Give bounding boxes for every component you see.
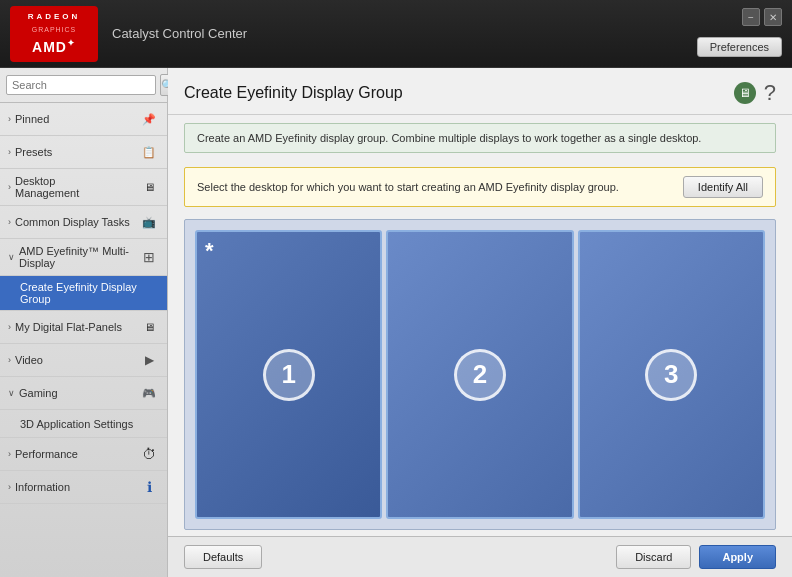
search-bar: 🔍 «: [0, 68, 167, 103]
gaming-icon: 🎮: [139, 383, 159, 403]
monitor-1-asterisk: *: [205, 238, 214, 264]
main-layout: 🔍 « › Pinned 📌 › Presets 📋 › DesktopMana…: [0, 68, 792, 577]
app-title: Catalyst Control Center: [112, 26, 247, 41]
graphics-text: GRAPHICS: [32, 26, 77, 33]
display-monitor-2[interactable]: 2: [386, 230, 573, 519]
sidebar-item-label: Information: [15, 481, 135, 493]
preferences-button[interactable]: Preferences: [697, 37, 782, 57]
defaults-button[interactable]: Defaults: [184, 545, 262, 569]
content-area: Create Eyefinity Display Group 🖥 ? Creat…: [168, 68, 792, 577]
title-bar: RADEON GRAPHICS AMD✦ Catalyst Control Ce…: [0, 0, 792, 68]
display-group-area: * 1 2 3: [184, 219, 776, 530]
pushpin-icon: 📌: [139, 109, 159, 129]
sidebar-item-label: Presets: [15, 146, 135, 158]
nav-arrow: ›: [8, 147, 11, 157]
nav-arrow: ›: [8, 322, 11, 332]
bottom-bar: Defaults Discard Apply: [168, 536, 792, 577]
nav-arrow: ›: [8, 182, 11, 192]
video-icon: ▶: [139, 350, 159, 370]
sidebar-item-label: My Digital Flat-Panels: [15, 321, 135, 333]
sidebar-item-label: Pinned: [15, 113, 135, 125]
sidebar-item-presets[interactable]: › Presets 📋: [0, 136, 167, 169]
monitor-1-number: 1: [263, 349, 315, 401]
monitor-3-number: 3: [645, 349, 697, 401]
desktop-icon: 🖥: [139, 177, 159, 197]
apply-button[interactable]: Apply: [699, 545, 776, 569]
nav-arrow: ›: [8, 482, 11, 492]
sidebar-item-label: DesktopManagement: [15, 175, 135, 199]
discard-button[interactable]: Discard: [616, 545, 691, 569]
right-buttons: Discard Apply: [616, 545, 776, 569]
sidebar-item-label: Performance: [15, 448, 135, 460]
performance-icon: ⏱: [139, 444, 159, 464]
sidebar-item-label: Gaming: [19, 387, 135, 399]
sidebar-item-information[interactable]: › Information ℹ: [0, 471, 167, 504]
flatpanels-icon: 🖥: [139, 317, 159, 337]
sidebar-item-desktop-management[interactable]: › DesktopManagement 🖥: [0, 169, 167, 206]
page-title: Create Eyefinity Display Group: [184, 84, 403, 102]
minimize-button[interactable]: −: [742, 8, 760, 26]
sidebar-item-3d-application-settings[interactable]: 3D Application Settings: [0, 410, 167, 438]
sidebar-item-common-display-tasks[interactable]: › Common Display Tasks 📺: [0, 206, 167, 239]
sidebar-subitem-label: 3D Application Settings: [20, 418, 133, 430]
sidebar-item-gaming[interactable]: ∨ Gaming 🎮: [0, 377, 167, 410]
nav-arrow: ∨: [8, 388, 15, 398]
presets-icon: 📋: [139, 142, 159, 162]
sidebar-item-label: AMD Eyefinity™ Multi-Display: [19, 245, 135, 269]
amd-logo: RADEON GRAPHICS AMD✦: [10, 6, 98, 62]
radeon-text: RADEON: [28, 12, 81, 21]
help-icon[interactable]: ?: [764, 80, 776, 106]
header-icons: 🖥 ?: [734, 80, 776, 106]
nav-arrow: ›: [8, 217, 11, 227]
sidebar-item-label: Video: [15, 354, 135, 366]
search-input[interactable]: [6, 75, 156, 95]
display-monitor-3[interactable]: 3: [578, 230, 765, 519]
warning-box: Select the desktop for which you want to…: [184, 167, 776, 207]
content-header: Create Eyefinity Display Group 🖥 ?: [168, 68, 792, 115]
green-monitor-icon[interactable]: 🖥: [734, 82, 756, 104]
sidebar-item-label: Common Display Tasks: [15, 216, 135, 228]
nav-arrow: ›: [8, 114, 11, 124]
sidebar-item-amd-eyefinity[interactable]: ∨ AMD Eyefinity™ Multi-Display ⊞: [0, 239, 167, 276]
sidebar-subitem-label: Create Eyefinity Display Group: [20, 281, 159, 305]
sidebar: 🔍 « › Pinned 📌 › Presets 📋 › DesktopMana…: [0, 68, 168, 577]
warning-text: Select the desktop for which you want to…: [197, 181, 673, 193]
monitor-2-number: 2: [454, 349, 506, 401]
nav-arrow: ›: [8, 355, 11, 365]
identify-all-button[interactable]: Identify All: [683, 176, 763, 198]
description-box: Create an AMD Eyefinity display group. C…: [184, 123, 776, 153]
eyefinity-icon: ⊞: [139, 247, 159, 267]
display-group-inner: * 1 2 3: [195, 230, 765, 519]
nav-list: › Pinned 📌 › Presets 📋 › DesktopManageme…: [0, 103, 167, 577]
sidebar-item-pinned[interactable]: › Pinned 📌: [0, 103, 167, 136]
close-button[interactable]: ✕: [764, 8, 782, 26]
nav-arrow: ∨: [8, 252, 15, 262]
window-controls: − ✕: [742, 8, 782, 26]
description-text: Create an AMD Eyefinity display group. C…: [197, 132, 701, 144]
nav-arrow: ›: [8, 449, 11, 459]
display-tasks-icon: 📺: [139, 212, 159, 232]
sidebar-item-video[interactable]: › Video ▶: [0, 344, 167, 377]
sidebar-item-create-eyefinity-group[interactable]: Create Eyefinity Display Group: [0, 276, 167, 311]
display-monitor-1[interactable]: * 1: [195, 230, 382, 519]
information-icon: ℹ: [139, 477, 159, 497]
sidebar-item-my-digital-flat-panels[interactable]: › My Digital Flat-Panels 🖥: [0, 311, 167, 344]
amd-brand-text: AMD✦: [32, 38, 76, 55]
sidebar-item-performance[interactable]: › Performance ⏱: [0, 438, 167, 471]
